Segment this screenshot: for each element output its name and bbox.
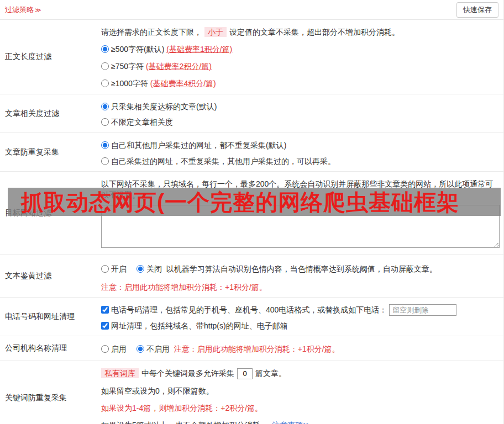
company-options-line: 启用 不启用 注意：启用此功能将增加积分消耗：+1积分/篇。 bbox=[101, 343, 499, 354]
fee-label: (基础费率2积分/篇) bbox=[146, 62, 212, 71]
keyword-note-five: 如果设为5篇或以上，也不会额外增加积分消耗。 注意事项≫ bbox=[101, 420, 499, 424]
keyword-note-fee: 如果设为1-4篇，则增加积分消耗：+2积分/篇。 bbox=[101, 402, 499, 414]
row-body-length-filter: 正文长度过滤 请选择需求的正文长度下限，小于设定值的文章不采集，超出部分不增加积… bbox=[0, 20, 503, 94]
relevance-strict-radio[interactable] bbox=[101, 103, 109, 110]
page-title[interactable]: 过滤策略≫ bbox=[5, 5, 41, 15]
dedupe-self-only-radio[interactable] bbox=[101, 157, 109, 165]
relevance-option-strict: 只采集相关度达标的文章(默认) bbox=[101, 101, 499, 112]
url-cleanup-line: 网址清理，包括纯域名、带http(s)的网址、电子邮箱 bbox=[101, 320, 499, 331]
private-lexicon-badge: 私有词库 bbox=[101, 368, 139, 378]
row-content: 开启 关闭 以机器学习算法自动识别色情内容，当色情概率达到系统阈值，自动屏蔽文章… bbox=[101, 255, 503, 297]
row-phone-url-cleanup: 电话号码和网址清理 电话号码清理，包括常见的手机号、座机号、400电话格式，或替… bbox=[0, 298, 503, 336]
header-bar: 过滤策略≫ 快速保存 bbox=[0, 0, 503, 20]
row-label: 电话号码和网址清理 bbox=[0, 298, 101, 336]
length-option-750: ≥750字符 (基础费率2积分/篇) bbox=[101, 61, 499, 72]
keyword-note-zero: 如果留空或设为0，则不限篇数。 bbox=[101, 385, 499, 396]
row-content: 启用 不启用 注意：启用此功能将增加积分消耗：+1积分/篇。 bbox=[101, 336, 503, 361]
length-750-radio[interactable] bbox=[101, 62, 109, 70]
quick-save-button[interactable]: 快速保存 bbox=[456, 2, 498, 18]
dedupe-all-users-radio[interactable] bbox=[101, 141, 109, 149]
porn-desc: 以机器学习算法自动识别色情内容，当色情概率达到系统阈值，自动屏蔽文章。 bbox=[166, 264, 437, 273]
dedupe-option-all: 自己和其他用户采集过的网址，都不重复采集(默认) bbox=[101, 140, 499, 151]
fee-label: (基础费率4积分/篇) bbox=[150, 79, 216, 88]
row-content: 只采集相关度达标的文章(默认) 不限定文章相关度 bbox=[101, 94, 503, 132]
row-label: 文本鉴黄过滤 bbox=[0, 255, 101, 297]
porn-note: 注意：启用此功能将增加积分消耗：+1积分/篇。 bbox=[101, 282, 499, 293]
less-than-badge: 小于 bbox=[204, 27, 227, 37]
replacement-phone-input[interactable] bbox=[389, 304, 456, 316]
row-content: 电话号码清理，包括常见的手机号、座机号、400电话格式，或替换成如下电话： 网址… bbox=[101, 298, 503, 336]
row-label: 关键词防重复采集 bbox=[0, 361, 101, 424]
row-relevance-filter: 文章相关度过滤 只采集相关度达标的文章(默认) 不限定文章相关度 bbox=[0, 94, 503, 133]
row-label: 正文长度过滤 bbox=[0, 20, 101, 94]
porn-off-radio[interactable] bbox=[136, 265, 144, 273]
url-cleanup-checkbox[interactable] bbox=[101, 322, 109, 330]
row-keyword-dedupe: 关键词防重复采集 私有词库中每个关键词最多允许采集篇文章。 如果留空或设为0，则… bbox=[0, 361, 503, 424]
length-1000-radio[interactable] bbox=[101, 80, 109, 87]
row-label: 文章相关度过滤 bbox=[0, 94, 101, 132]
length-intro: 请选择需求的正文长度下限，小于设定值的文章不采集，超出部分不增加积分消耗。 bbox=[101, 26, 499, 38]
relevance-any-radio[interactable] bbox=[101, 118, 109, 126]
dedupe-option-self: 自己采集过的网址，不重复采集，其他用户采集过的，可以再采。 bbox=[101, 156, 499, 167]
keyword-count-input[interactable] bbox=[237, 368, 253, 379]
phone-cleanup-line: 电话号码清理，包括常见的手机号、座机号、400电话格式，或替换成如下电话： bbox=[101, 304, 499, 316]
company-enable-radio[interactable] bbox=[101, 345, 109, 353]
length-option-1000: ≥1000字符 (基础费率4积分/篇) bbox=[101, 78, 499, 89]
keyword-limit-line: 私有词库中每个关键词最多允许采集篇文章。 bbox=[101, 368, 499, 379]
porn-options-line: 开启 关闭 以机器学习算法自动识别色情内容，当色情概率达到系统阈值，自动屏蔽文章… bbox=[101, 263, 499, 274]
row-content: 自己和其他用户采集过的网址，都不重复采集(默认) 自己采集过的网址，不重复采集，… bbox=[101, 133, 503, 171]
watermark-text: 抓取动态网页(一个完整的网络爬虫基础框架 bbox=[8, 188, 459, 216]
company-disable-radio[interactable] bbox=[136, 345, 144, 353]
filter-strategy-page: 过滤策略≫ 快速保存 正文长度过滤 请选择需求的正文长度下限，小于设定值的文章不… bbox=[0, 0, 504, 424]
row-porn-filter: 文本鉴黄过滤 开启 关闭 以机器学习算法自动识别色情内容，当色情概率达到系统阈值… bbox=[0, 255, 503, 298]
row-label: 文章防重复采集 bbox=[0, 133, 101, 171]
chevron-down-icon: ≫ bbox=[35, 7, 41, 13]
porn-on-radio[interactable] bbox=[101, 265, 109, 273]
phone-cleanup-checkbox[interactable] bbox=[101, 306, 109, 314]
fee-label: (基础费率1积分/篇) bbox=[166, 45, 232, 54]
row-dedupe-collect: 文章防重复采集 自己和其他用户采集过的网址，都不重复采集(默认) 自己采集过的网… bbox=[0, 133, 503, 172]
row-company-name-cleanup: 公司机构名称清理 启用 不启用 注意：启用此功能将增加积分消耗：+1积分/篇。 bbox=[0, 336, 503, 361]
row-label: 公司机构名称清理 bbox=[0, 336, 101, 361]
notes-link[interactable]: 注意事项≫ bbox=[272, 421, 312, 424]
page-title-text: 过滤策略 bbox=[5, 6, 34, 14]
row-content: 请选择需求的正文长度下限，小于设定值的文章不采集，超出部分不增加积分消耗。 ≥5… bbox=[101, 20, 503, 94]
watermark-overlay: 抓取动态网页(一个完整的网络爬虫基础框架 bbox=[8, 188, 501, 216]
length-option-500: ≥500字符(默认) (基础费率1积分/篇) bbox=[101, 44, 499, 55]
company-note: 注意：启用此功能将增加积分消耗：+1积分/篇。 bbox=[174, 344, 340, 353]
relevance-option-any: 不限定文章相关度 bbox=[101, 116, 499, 128]
length-500-radio[interactable] bbox=[101, 45, 109, 53]
row-content: 私有词库中每个关键词最多允许采集篇文章。 如果留空或设为0，则不限篇数。 如果设… bbox=[101, 361, 503, 424]
